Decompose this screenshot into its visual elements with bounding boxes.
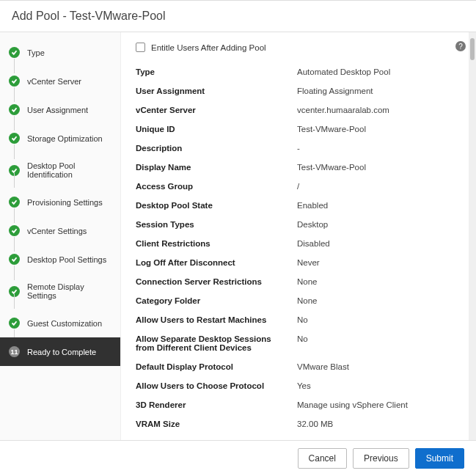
summary-row: Client RestrictionsDisabled [136,234,461,253]
summary-row: Unique IDTest-VMware-Pool [136,120,461,139]
wizard-step-label: vCenter Server [27,77,81,86]
wizard-sidebar: TypevCenter ServerUser AssignmentStorage… [0,32,121,440]
wizard-step-label: vCenter Settings [27,227,87,235]
summary-key: Allow Users to Restart Machines [136,315,297,324]
wizard-step-label: Ready to Complete [27,348,96,356]
summary-row: Access Group/ [136,177,461,196]
summary-row: Allow Users to Restart MachinesNo [136,310,461,329]
summary-key: vCenter Server [136,106,297,114]
summary-value: Floating Assignment [297,87,461,95]
wizard-step-11[interactable]: 11Ready to Complete [0,337,120,366]
wizard-step-10[interactable]: Guest Customization [0,309,120,337]
check-icon [9,104,20,115]
wizard-step-label: User Assignment [27,106,88,114]
summary-row: Description- [136,139,461,158]
wizard-step-8[interactable]: Desktop Pool Settings [0,245,120,274]
summary-value: Test-VMware-Pool [297,125,461,133]
wizard-step-label: Desktop Pool Identification [27,161,111,179]
summary-key: VRAM Size [136,420,297,428]
summary-key: Type [136,67,297,76]
entitle-users-checkbox[interactable] [136,43,145,52]
summary-row: Default Display ProtocolVMware Blast [136,357,461,376]
scrollbar-thumb[interactable] [470,38,475,60]
dialog-title: Add Pool - Test-VMware-Pool [12,10,166,22]
summary-row: User AssignmentFloating Assignment [136,81,461,100]
summary-row: Desktop Pool StateEnabled [136,196,461,215]
wizard-step-label: Desktop Pool Settings [27,255,106,264]
step-connector [14,173,15,188]
wizard-step-1[interactable]: Type [0,38,120,67]
dialog-footer: Cancel Previous Submit [0,440,476,476]
summary-value: 32.00 MB [297,420,461,428]
summary-key: Description [136,144,297,153]
summary-row: Log Off After DisconnectNever [136,253,461,272]
summary-value: vcenter.humaaralab.com [297,106,461,114]
wizard-step-7[interactable]: vCenter Settings [0,216,120,245]
summary-key: Session Types [136,220,297,229]
wizard-step-label: Storage Optimization [27,134,103,143]
summary-value: VMware Blast [297,362,461,371]
dialog-header: Add Pool - Test-VMware-Pool [0,1,476,32]
summary-key: Client Restrictions [136,239,297,248]
summary-key: Allow Users to Choose Protocol [136,381,297,390]
summary-value: No [297,334,461,352]
summary-value: / [297,182,461,191]
summary-row: vCenter Servervcenter.humaaralab.com [136,100,461,120]
check-icon [9,76,20,87]
summary-row: Allow Separate Desktop Sessions from Dif… [136,329,461,357]
wizard-step-label: Guest Customization [27,319,102,328]
summary-key: 3D Renderer [136,400,297,409]
wizard-step-label: Provisioning Settings [27,198,103,207]
wizard-step-6[interactable]: Provisioning Settings [0,188,120,216]
cancel-button[interactable]: Cancel [298,448,347,469]
summary-panel[interactable]: ? Entitle Users After Adding Pool TypeAu… [121,32,476,440]
summary-key: Default Display Protocol [136,362,297,371]
add-pool-dialog: Add Pool - Test-VMware-Pool TypevCenter … [0,0,476,476]
summary-rows: TypeAutomated Desktop PoolUser Assignmen… [136,62,461,433]
summary-key: User Assignment [136,87,297,95]
step-number-icon: 11 [9,346,20,357]
summary-key: Allow Separate Desktop Sessions from Dif… [136,334,297,352]
summary-value: Never [297,258,461,267]
entitle-users-row[interactable]: Entitle Users After Adding Pool [136,43,461,52]
summary-row: 3D RendererManage using vSphere Client [136,395,461,414]
summary-value: Disabled [297,239,461,248]
summary-key: Connection Server Restrictions [136,277,297,286]
wizard-step-3[interactable]: User Assignment [0,95,120,124]
summary-value: Automated Desktop Pool [297,67,461,76]
wizard-step-label: Remote Display Settings [27,282,111,300]
summary-value: None [297,277,461,286]
check-icon [9,47,20,58]
dialog-body: TypevCenter ServerUser AssignmentStorage… [0,32,476,440]
check-icon [9,197,20,208]
summary-row: Session TypesDesktop [136,215,461,234]
summary-value: Manage using vSphere Client [297,400,461,409]
check-icon [9,318,20,329]
main-wrap: ? Entitle Users After Adding Pool TypeAu… [121,32,476,440]
previous-button[interactable]: Previous [353,448,409,469]
check-icon [9,133,20,144]
summary-value: Desktop [297,220,461,229]
step-connector [14,294,15,309]
summary-key: Unique ID [136,125,297,133]
summary-key: Display Name [136,163,297,172]
summary-value: - [297,144,461,153]
check-icon [9,225,20,236]
summary-value: Test-VMware-Pool [297,163,461,172]
summary-key: Category Folder [136,296,297,305]
wizard-step-4[interactable]: Storage Optimization [0,124,120,153]
submit-button[interactable]: Submit [415,448,464,469]
summary-key: Desktop Pool State [136,201,297,210]
wizard-step-5[interactable]: Desktop Pool Identification [0,153,120,188]
summary-value: Yes [297,381,461,390]
wizard-step-2[interactable]: vCenter Server [0,67,120,95]
help-icon[interactable]: ? [455,41,466,51]
wizard-step-9[interactable]: Remote Display Settings [0,274,120,309]
summary-value: No [297,315,461,324]
scrollbar-track[interactable] [469,32,476,440]
summary-value: None [297,296,461,305]
summary-row: TypeAutomated Desktop Pool [136,62,461,81]
summary-row: Allow Users to Choose ProtocolYes [136,376,461,395]
summary-row: Display NameTest-VMware-Pool [136,158,461,177]
check-icon [9,254,20,265]
